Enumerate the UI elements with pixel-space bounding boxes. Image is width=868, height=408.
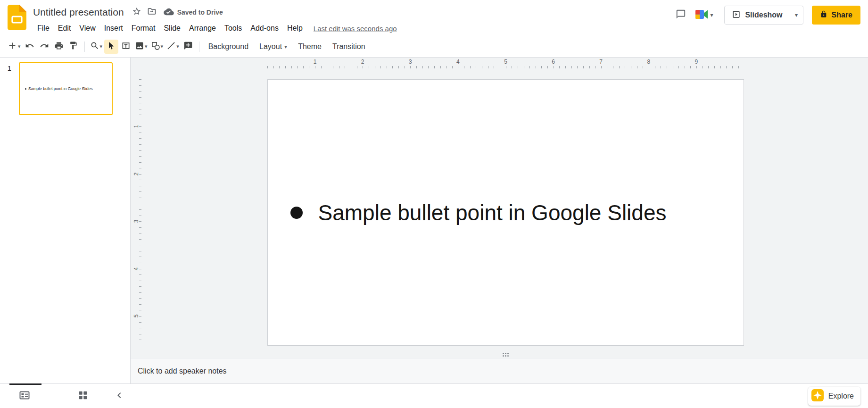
plus-icon <box>7 41 17 53</box>
print-button[interactable] <box>52 40 66 54</box>
slide[interactable]: Sample bullet point in Google Slides <box>267 79 744 346</box>
background-label: Background <box>208 42 248 51</box>
star-button[interactable] <box>130 5 144 19</box>
menu-insert[interactable]: Insert <box>100 23 127 34</box>
theme-button[interactable]: Theme <box>293 40 327 54</box>
menu-slide[interactable]: Slide <box>159 23 185 34</box>
slideshow-label: Slideshow <box>745 11 782 19</box>
move-button[interactable] <box>145 5 159 19</box>
undo-button[interactable] <box>23 40 37 54</box>
zoom-button[interactable]: ▾ <box>89 40 104 54</box>
folder-move-icon <box>147 7 157 18</box>
ruler-mark: 3 <box>133 220 140 223</box>
select-tool-button[interactable] <box>104 40 118 54</box>
text-box-icon <box>121 41 131 52</box>
speaker-notes-input[interactable]: Click to add speaker notes <box>131 358 868 383</box>
transition-label: Transition <box>332 42 365 51</box>
chevron-down-icon: ▾ <box>145 44 148 49</box>
thumbnail-row: 1 Sample bullet point in Google Slides <box>0 62 130 115</box>
redo-icon <box>40 41 49 52</box>
active-view-indicator <box>9 383 41 385</box>
layout-label: Layout <box>259 42 282 51</box>
toolbar-separator <box>199 42 199 52</box>
menu-view[interactable]: View <box>75 23 99 34</box>
ruler-mark: 4 <box>133 267 140 270</box>
bottom-bar: Explore <box>0 383 868 408</box>
share-label: Share <box>832 11 852 19</box>
slides-logo-icon[interactable] <box>8 4 27 32</box>
saved-status[interactable]: Saved to Drive <box>164 8 223 17</box>
slide-thumbnail[interactable]: Sample bullet point in Google Slides <box>19 62 113 115</box>
menu-arrange[interactable]: Arrange <box>185 23 220 34</box>
google-slides-app: Untitled presentation Saved to Drive <box>0 0 868 408</box>
print-icon <box>54 41 64 52</box>
image-icon <box>135 41 144 52</box>
ruler-mark: 2 <box>133 173 140 176</box>
chevron-down-icon: ▾ <box>161 44 164 49</box>
filmstrip-view-button[interactable] <box>15 387 34 406</box>
insert-line-button[interactable]: ▾ <box>165 40 181 54</box>
horizontal-ruler: 1 2 3 4 5 6 7 8 9 <box>131 58 868 70</box>
cursor-icon <box>107 41 116 52</box>
insert-comment-button[interactable] <box>181 40 195 54</box>
collapse-filmstrip-button[interactable] <box>110 387 129 406</box>
background-button[interactable]: Background <box>203 40 254 54</box>
chevron-down-icon: ▾ <box>18 44 21 49</box>
ruler-mark: 6 <box>552 58 555 65</box>
menu-format[interactable]: Format <box>127 23 160 34</box>
slide-canvas[interactable]: Sample bullet point in Google Slides <box>143 70 868 358</box>
header-right: ▾ Slideshow ▾ Share <box>674 4 860 26</box>
explore-button[interactable]: Explore <box>808 387 860 406</box>
undo-icon <box>25 41 34 52</box>
ruler-mark: 5 <box>504 58 507 65</box>
theme-label: Theme <box>298 42 322 51</box>
vertical-ruler-scale: 1 2 3 4 5 <box>131 79 143 346</box>
insert-shape-button[interactable]: ▾ <box>149 40 165 54</box>
toolbar: ▾ ▾ <box>0 36 868 58</box>
new-slide-button[interactable]: ▾ <box>6 40 22 54</box>
notes-resize-handle[interactable] <box>503 353 509 357</box>
speaker-notes-placeholder: Click to add speaker notes <box>138 367 227 375</box>
editor-main: 1 2 3 4 5 6 7 8 9 1 2 3 4 <box>131 58 868 383</box>
filmstrip-panel: 1 Sample bullet point in Google Slides <box>0 58 131 383</box>
grid-view-button[interactable] <box>74 387 92 406</box>
redo-button[interactable] <box>37 40 51 54</box>
text-box-button[interactable] <box>119 40 133 54</box>
cloud-check-icon <box>164 8 174 17</box>
slide-number: 1 <box>0 62 19 115</box>
menu-tools[interactable]: Tools <box>220 23 246 34</box>
meet-button[interactable]: ▾ <box>693 8 716 23</box>
presentation-title[interactable]: Untitled presentation <box>33 7 124 18</box>
ruler-mark: 7 <box>599 58 603 65</box>
lock-icon <box>820 10 827 20</box>
menu-edit[interactable]: Edit <box>54 23 75 34</box>
slideshow-dropdown-button[interactable]: ▾ <box>790 6 803 25</box>
horizontal-ruler-scale: 1 2 3 4 5 6 7 8 9 <box>267 58 744 70</box>
menu-file[interactable]: File <box>33 23 54 34</box>
ruler-mark: 1 <box>133 125 140 128</box>
slideshow-button[interactable]: Slideshow <box>724 6 790 25</box>
vertical-ruler: 1 2 3 4 5 <box>131 70 143 358</box>
chevron-left-icon <box>114 390 125 403</box>
menu-help[interactable]: Help <box>283 23 307 34</box>
add-comment-icon <box>183 41 193 52</box>
bullet-text-box[interactable]: Sample bullet point in Google Slides <box>268 200 667 225</box>
ruler-mark: 5 <box>133 315 140 318</box>
chevron-down-icon: ▾ <box>100 44 103 49</box>
insert-image-button[interactable]: ▾ <box>133 40 149 54</box>
paint-roller-icon <box>69 41 78 52</box>
menu-addons[interactable]: Add-ons <box>246 23 283 34</box>
header-main: Untitled presentation Saved to Drive <box>33 4 674 36</box>
bullet-icon <box>290 207 303 219</box>
chevron-down-icon: ▾ <box>176 44 179 49</box>
ruler-mark: 9 <box>695 58 698 65</box>
transition-button[interactable]: Transition <box>327 40 371 54</box>
share-button[interactable]: Share <box>812 6 860 25</box>
layout-button[interactable]: Layout ▾ <box>254 40 292 54</box>
header: Untitled presentation Saved to Drive <box>0 0 868 36</box>
bullet-icon <box>25 88 26 90</box>
comment-icon <box>676 9 686 21</box>
paint-format-button[interactable] <box>66 40 81 54</box>
last-edit-link[interactable]: Last edit was seconds ago <box>314 25 397 33</box>
comments-button[interactable] <box>674 8 688 22</box>
